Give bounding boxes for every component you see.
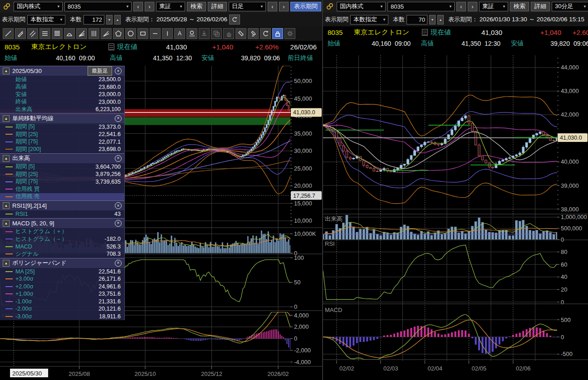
indicator-row[interactable]: ヒストグラム（＋） (0, 228, 124, 236)
high-value: 41,350 (437, 40, 481, 47)
next-symbol-button[interactable]: › (145, 2, 154, 11)
collapse-button[interactable]: ▲ (3, 155, 10, 162)
indicator-row[interactable]: 安値23,000.0 (0, 91, 124, 98)
link-icon[interactable] (325, 2, 335, 11)
count-spin-down[interactable]: ▼ (106, 15, 113, 24)
text-label-icon[interactable]: A (174, 28, 185, 39)
indicator-row[interactable]: +3.00σ26,171.6 (0, 275, 124, 283)
lock-drawings-icon[interactable] (272, 28, 283, 39)
indicator-row[interactable]: MACD526.3 (0, 243, 124, 251)
indicator-row[interactable]: 終値23,000.0 (0, 98, 124, 106)
market-select[interactable]: 国内株式▼ (14, 2, 63, 11)
indicator-row[interactable]: 期間 [75]3,739,635 (0, 178, 124, 186)
open-value: 40,160 (344, 40, 391, 47)
parallel-lines-icon[interactable] (27, 28, 38, 39)
undo-icon[interactable] (260, 28, 271, 39)
symbol-select[interactable]: 8035▼ (64, 2, 132, 11)
indicator-row[interactable]: RSI143 (0, 210, 124, 218)
exchange-select[interactable]: 東証▼ (156, 2, 185, 11)
reset-period-button[interactable] (229, 15, 240, 24)
period-button[interactable]: 表示期間 (290, 2, 321, 11)
indicator-row[interactable]: シグナル708.3 (0, 250, 124, 258)
indicator-row[interactable]: 信用残 売 (0, 193, 124, 201)
horizontal-segment-icon[interactable] (150, 28, 161, 39)
link-icon[interactable] (2, 2, 12, 11)
pencil-icon[interactable] (15, 28, 26, 39)
indicator-row[interactable]: 期間 [25]22,541.6 (0, 131, 124, 138)
collapse-button[interactable]: ▲ (3, 68, 10, 74)
indicator-row[interactable]: 始値23,500.0 (0, 76, 124, 83)
right-chart-canvas[interactable]: 44,00043,00042,00040,00039,00038,0001,00… (323, 49, 588, 378)
indicator-row[interactable]: +2.00σ24,961.6 (0, 283, 124, 291)
svg-text:0: 0 (294, 303, 297, 310)
next-symbol-button[interactable]: › (468, 2, 477, 11)
prev-symbol-button[interactable]: ‹ (456, 2, 466, 11)
count-spin-up[interactable]: ▲ (114, 15, 121, 24)
collapse-button[interactable]: ▲ (3, 220, 10, 227)
prev-symbol-button[interactable]: ‹ (133, 2, 143, 11)
indicator-row[interactable]: 期間 [200]23,698.0 (0, 146, 124, 153)
period-label: 表示期間 (2, 15, 25, 24)
indicator-row[interactable]: +1.00σ23,751.6 (0, 290, 124, 298)
rectangle-icon[interactable] (137, 28, 148, 39)
detail-button[interactable]: 詳細 (208, 2, 227, 11)
count-input[interactable] (83, 15, 104, 24)
count-mode-select[interactable]: 本数指定▼ (350, 15, 388, 24)
symbol-select[interactable]: 8035▼ (387, 2, 455, 11)
indicator-row[interactable]: 期間 [25]3,879,256 (0, 171, 124, 178)
icon-stamp-icon[interactable]: ICON (186, 28, 197, 39)
count-input[interactable] (407, 15, 427, 24)
eraser-text-icon[interactable]: A (248, 28, 259, 39)
vertical-segment-icon[interactable] (162, 28, 173, 39)
close-icon[interactable]: × (115, 202, 122, 209)
next-interval-button[interactable]: › (279, 2, 289, 11)
wedge-lines-icon[interactable] (101, 28, 112, 39)
search-button[interactable]: 検索 (510, 2, 529, 11)
interval-select[interactable]: 日足▼ (229, 2, 266, 11)
market-select[interactable]: 国内株式▼ (337, 2, 386, 11)
close-icon[interactable]: × (115, 68, 122, 74)
indicator-row[interactable]: -1.00σ21,331.6 (0, 298, 124, 306)
close-icon[interactable]: × (115, 155, 122, 162)
indicator-row[interactable]: ヒストグラム（－）-182.0 (0, 235, 124, 243)
collapse-button[interactable]: ▲ (3, 260, 10, 267)
eraser-icon[interactable] (235, 28, 246, 39)
svg-text:15,000: 15,000 (294, 200, 312, 207)
trendline-icon[interactable] (3, 28, 14, 39)
detail-button[interactable]: 詳細 (531, 2, 550, 11)
indicator-row[interactable]: -2.00σ20,121.6 (0, 305, 124, 313)
indicator-row[interactable]: 信用残 買 (0, 185, 124, 193)
prev-interval-button[interactable]: ‹ (268, 2, 277, 11)
board-list-icon[interactable] (422, 29, 428, 36)
indicator-row[interactable]: 期間 [5]3,604,700 (0, 163, 124, 171)
pentagon-icon[interactable] (113, 28, 124, 39)
indicator-row[interactable]: 期間 [75]22,077.1 (0, 138, 124, 146)
svg-text:42,000: 42,000 (561, 111, 579, 118)
board-list-icon[interactable] (108, 44, 114, 50)
indicator-row[interactable]: MA [25]22,541.6 (0, 268, 124, 276)
svg-text:35,000: 35,000 (294, 130, 312, 137)
count-spin-down[interactable]: ▼ (429, 15, 436, 24)
vertical-levels-icon[interactable] (88, 28, 99, 39)
indicator-row[interactable]: 高値23,680.0 (0, 83, 124, 91)
row-value: 43 (114, 211, 121, 217)
interval-select[interactable]: 30分足▼ (552, 2, 588, 11)
close-icon[interactable]: × (115, 115, 122, 122)
collapse-button[interactable]: ▲ (3, 115, 10, 122)
count-spin-up[interactable]: ▲ (437, 15, 444, 24)
indicator-row[interactable]: -3.00σ18,911.6 (0, 313, 124, 321)
horizontal-levels-icon[interactable] (39, 28, 50, 39)
collapse-button[interactable]: ▲ (3, 202, 10, 209)
indicator-row[interactable]: 出来高6,223,100 (0, 106, 124, 113)
exchange-select[interactable]: 東証▼ (479, 2, 508, 11)
latest-bar-button[interactable]: 最新足 (88, 66, 112, 76)
close-icon[interactable]: × (115, 220, 122, 227)
indicator-row[interactable]: 期間 [5]23,373.0 (0, 123, 124, 131)
close-icon[interactable]: × (115, 260, 122, 267)
search-button[interactable]: 検索 (187, 2, 206, 11)
dense-levels-icon[interactable] (52, 28, 63, 39)
count-mode-select[interactable]: 本数指定▼ (27, 15, 65, 24)
fibonacci-arc-icon[interactable] (64, 28, 75, 39)
fan-lines-icon[interactable] (76, 28, 87, 39)
ellipse-icon[interactable] (125, 28, 136, 39)
